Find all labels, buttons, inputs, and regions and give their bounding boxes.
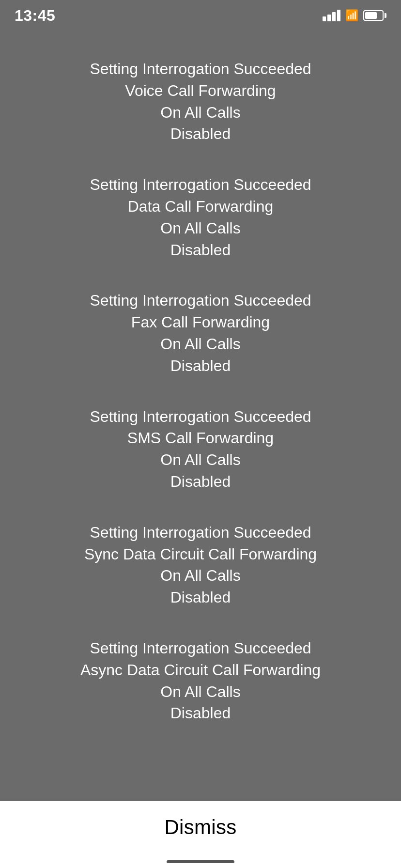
status-bar: 13:45 📶 bbox=[0, 0, 401, 29]
async-line1: Setting Interrogation Succeeded bbox=[90, 637, 311, 659]
fax-line1: Setting Interrogation Succeeded bbox=[90, 290, 311, 311]
sync-line2: Sync Data Circuit Call Forwarding bbox=[84, 543, 317, 565]
home-indicator bbox=[167, 860, 234, 863]
sms-line1: Setting Interrogation Succeeded bbox=[90, 406, 311, 428]
status-time: 13:45 bbox=[15, 7, 55, 25]
forwarding-block-voice: Setting Interrogation SucceededVoice Cal… bbox=[90, 58, 311, 145]
voice-line2: Voice Call Forwarding bbox=[125, 80, 276, 102]
data-line3: On All Calls bbox=[160, 217, 240, 239]
fax-line2: Fax Call Forwarding bbox=[131, 311, 270, 333]
main-content: Setting Interrogation SucceededVoice Cal… bbox=[0, 29, 401, 868]
sms-line2: SMS Call Forwarding bbox=[127, 427, 274, 449]
wifi-icon: 📶 bbox=[345, 9, 358, 22]
sms-line4: Disabled bbox=[170, 471, 231, 493]
data-line2: Data Call Forwarding bbox=[128, 196, 274, 217]
status-icons: 📶 bbox=[323, 9, 386, 22]
data-line1: Setting Interrogation Succeeded bbox=[90, 174, 311, 196]
forwarding-block-data: Setting Interrogation SucceededData Call… bbox=[90, 174, 311, 261]
fax-line4: Disabled bbox=[170, 355, 231, 377]
voice-line1: Setting Interrogation Succeeded bbox=[90, 58, 311, 80]
forwarding-block-sync: Setting Interrogation SucceededSync Data… bbox=[84, 522, 317, 608]
forwarding-block-async: Setting Interrogation SucceededAsync Dat… bbox=[80, 637, 321, 724]
fax-line3: On All Calls bbox=[160, 333, 240, 355]
sync-line1: Setting Interrogation Succeeded bbox=[90, 522, 311, 543]
data-line4: Disabled bbox=[170, 239, 231, 261]
dismiss-area: Dismiss bbox=[0, 801, 401, 868]
async-line3: On All Calls bbox=[160, 681, 240, 703]
sync-line4: Disabled bbox=[170, 587, 231, 608]
signal-icon bbox=[323, 10, 340, 21]
dismiss-button[interactable]: Dismiss bbox=[16, 811, 385, 844]
sync-line3: On All Calls bbox=[160, 565, 240, 587]
forwarding-block-sms: Setting Interrogation SucceededSMS Call … bbox=[90, 406, 311, 493]
sms-line3: On All Calls bbox=[160, 449, 240, 471]
forwarding-block-fax: Setting Interrogation SucceededFax Call … bbox=[90, 290, 311, 376]
async-line4: Disabled bbox=[170, 702, 231, 724]
voice-line3: On All Calls bbox=[160, 102, 240, 124]
battery-icon bbox=[363, 10, 386, 21]
voice-line4: Disabled bbox=[170, 123, 231, 145]
async-line2: Async Data Circuit Call Forwarding bbox=[80, 659, 321, 681]
